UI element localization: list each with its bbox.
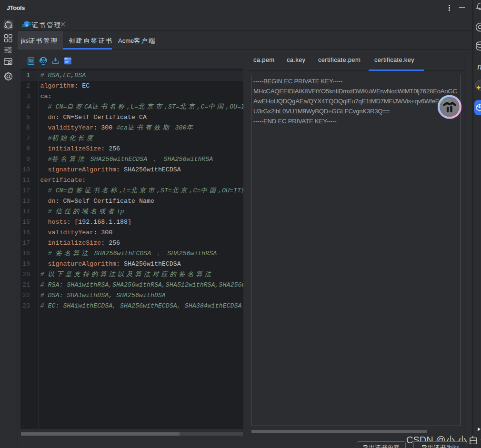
svg-text:n: n	[477, 61, 481, 71]
